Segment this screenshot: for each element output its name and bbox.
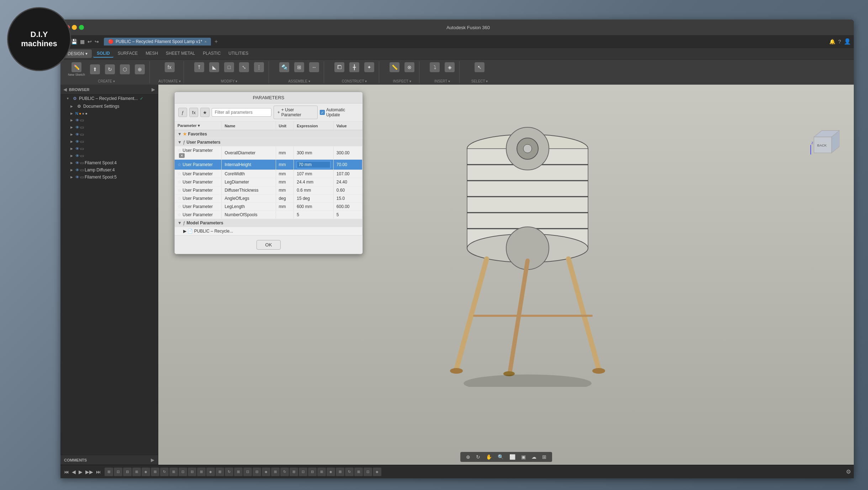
main-tab[interactable]: 🔴 PUBLIC – Recycled Filament Spool Lamp … bbox=[104, 38, 211, 46]
expression-input[interactable] bbox=[297, 161, 330, 168]
insert-svg-button[interactable]: ⤵ bbox=[428, 61, 441, 73]
timeline-item-18[interactable]: ◈ bbox=[262, 468, 270, 476]
sel-star-icon[interactable]: ☆ bbox=[178, 162, 181, 167]
next-button[interactable]: ▶▶ bbox=[85, 468, 94, 475]
automate-script-button[interactable]: fx bbox=[163, 61, 176, 73]
notifications-icon[interactable]: 🔔 bbox=[829, 39, 835, 44]
timeline-item-27[interactable]: ↻ bbox=[345, 468, 354, 476]
table-row[interactable]: ▶ 📄 PUBLIC – Recycle... bbox=[175, 227, 362, 235]
view-cube[interactable]: BACK Z bbox=[808, 127, 840, 159]
timeline-item-24[interactable]: ⊞ bbox=[317, 468, 326, 476]
motion-button[interactable]: ↔ bbox=[307, 61, 321, 73]
panels-icon[interactable]: ▦ bbox=[79, 38, 85, 45]
auto-update-checkbox[interactable]: ✓ bbox=[320, 110, 325, 115]
press-pull-button[interactable]: ⤒ bbox=[192, 61, 206, 73]
timeline-item-2[interactable]: ⊡ bbox=[114, 468, 122, 476]
timeline-item-5[interactable]: ◈ bbox=[142, 468, 150, 476]
scale-button[interactable]: ⤡ bbox=[237, 61, 251, 73]
timeline-item-6[interactable]: ⊞ bbox=[151, 468, 159, 476]
browser-row6[interactable]: ▶ 👁 ▭ bbox=[60, 152, 158, 159]
save-icon[interactable]: 💾 bbox=[70, 38, 78, 45]
timeline-item-26[interactable]: ⊞ bbox=[336, 468, 344, 476]
timeline-item-14[interactable]: ↻ bbox=[225, 468, 233, 476]
browser-collapse-icon[interactable]: ◀ bbox=[63, 87, 67, 92]
table-row[interactable]: ☆ User Parameter DiffuserThickness mm 0.… bbox=[175, 186, 362, 195]
extrude-button[interactable]: ⬆ bbox=[88, 63, 102, 75]
timeline-item-23[interactable]: ⊟ bbox=[308, 468, 317, 476]
minimize-button[interactable] bbox=[72, 25, 77, 30]
timeline-item-16[interactable]: ⊡ bbox=[243, 468, 252, 476]
x-badge[interactable]: ✕ bbox=[179, 153, 185, 158]
timeline-item-13[interactable]: ⊞ bbox=[216, 468, 224, 476]
user-icon[interactable]: 👤 bbox=[844, 38, 851, 45]
timeline-item-25[interactable]: ◈ bbox=[327, 468, 335, 476]
timeline-item-7[interactable]: ↻ bbox=[160, 468, 169, 476]
browser-doc-settings[interactable]: ▶ ⚙ Document Settings bbox=[60, 102, 158, 110]
sphere-button[interactable]: ⬡ bbox=[118, 63, 132, 75]
timeline-item-15[interactable]: ⊞ bbox=[234, 468, 243, 476]
split-face-button[interactable]: ⋮ bbox=[252, 61, 266, 73]
filter-input[interactable] bbox=[212, 108, 271, 117]
timeline-item-10[interactable]: ⊟ bbox=[188, 468, 196, 476]
table-row[interactable]: ☆ User Parameter NumberOfSpools 5 5 bbox=[175, 211, 362, 219]
timeline-item-17[interactable]: ⊟ bbox=[253, 468, 261, 476]
browser-row4[interactable]: ▶ 👁 ▭ bbox=[60, 138, 158, 145]
select-button[interactable]: ↖ bbox=[473, 61, 486, 73]
timeline-item-8[interactable]: ⊞ bbox=[169, 468, 178, 476]
construct-point-button[interactable]: ✦ bbox=[362, 61, 376, 73]
ld-star-icon[interactable]: ☆ bbox=[178, 180, 181, 185]
timeline-item-19[interactable]: ⊞ bbox=[271, 468, 280, 476]
timeline-item-9[interactable]: ⊡ bbox=[179, 468, 187, 476]
tab-surface[interactable]: SURFACE bbox=[114, 50, 142, 58]
tab-plastic[interactable]: PLASTIC bbox=[199, 50, 224, 58]
zoom-icon[interactable]: 🔍 bbox=[496, 453, 505, 460]
browser-row3[interactable]: ▶ 👁 ▭ bbox=[60, 131, 158, 138]
prev-button[interactable]: ◀ bbox=[71, 468, 76, 475]
offset-plane-button[interactable]: ⧠ bbox=[333, 61, 346, 73]
measure-button[interactable]: 📏 bbox=[388, 61, 401, 73]
tab-mesh[interactable]: MESH bbox=[142, 50, 162, 58]
dt-star-icon[interactable]: ☆ bbox=[178, 188, 181, 193]
table-row[interactable]: ☆ User Parameter LegLength mm 600 mm 600… bbox=[175, 203, 362, 211]
formula-button[interactable]: ƒ bbox=[178, 108, 187, 117]
browser-expand-icon[interactable]: ▶ bbox=[152, 87, 155, 92]
help-icon[interactable]: ? bbox=[838, 39, 841, 44]
timeline-item-11[interactable]: ⊞ bbox=[197, 468, 206, 476]
pan-icon[interactable]: ✋ bbox=[485, 453, 493, 460]
skip-start-button[interactable]: ⏮ bbox=[63, 468, 70, 475]
timeline-item-12[interactable]: ◈ bbox=[206, 468, 215, 476]
play-button[interactable]: ▶ bbox=[78, 468, 83, 475]
tab-utilities[interactable]: UTILITIES bbox=[225, 50, 252, 58]
timeline-item-20[interactable]: ↻ bbox=[280, 468, 289, 476]
ok-button[interactable]: OK bbox=[256, 240, 281, 250]
display-mode-icon[interactable]: ⬜ bbox=[508, 453, 517, 460]
add-user-param-button[interactable]: + + User Parameter bbox=[274, 106, 318, 119]
maximize-button[interactable] bbox=[79, 25, 84, 30]
revolve-button[interactable]: ↻ bbox=[103, 63, 117, 75]
interference-button[interactable]: ⊗ bbox=[403, 61, 416, 73]
star-button[interactable]: ★ bbox=[200, 108, 209, 117]
grid-icon[interactable]: ⊞ bbox=[541, 453, 548, 460]
nos-star-icon[interactable]: ☆ bbox=[178, 212, 181, 217]
table-row-selected[interactable]: ☆ User Parameter InternalHeight mm 70.00 bbox=[175, 160, 362, 170]
fx-button[interactable]: fx bbox=[189, 108, 198, 117]
tab-close-icon[interactable]: × bbox=[204, 39, 206, 44]
timeline-item-4[interactable]: ⊞ bbox=[132, 468, 141, 476]
target-icon[interactable]: ⊕ bbox=[465, 453, 472, 460]
browser-root-item[interactable]: ▼ ⚙ PUBLIC – Recycled Filament... ✓ bbox=[60, 95, 158, 102]
tab-sheet-metal[interactable]: SHEET METAL bbox=[162, 50, 199, 58]
timeline-item-3[interactable]: ⊟ bbox=[123, 468, 132, 476]
fillet-button[interactable]: ◣ bbox=[207, 61, 221, 73]
visual-style-icon[interactable]: ▣ bbox=[520, 453, 527, 460]
new-sketch-button[interactable]: ✏️ New Sketch bbox=[66, 61, 87, 78]
new-tab-button[interactable]: + bbox=[212, 38, 220, 45]
comments-expand-icon[interactable]: ▶ bbox=[151, 457, 154, 463]
timeline-item-21[interactable]: ⊞ bbox=[290, 468, 298, 476]
new-component-button[interactable]: 🔩 bbox=[277, 61, 291, 73]
timeline-item-1[interactable]: ⊞ bbox=[105, 468, 113, 476]
timeline-item-22[interactable]: ⊡ bbox=[299, 468, 307, 476]
browser-n-item[interactable]: ▶ N ● ● ● bbox=[60, 110, 158, 117]
cw-star-icon[interactable]: ☆ bbox=[178, 171, 181, 176]
undo-icon[interactable]: ↩ bbox=[87, 38, 92, 45]
table-row[interactable]: ☆ User Parameter LegDiameter mm 24.4 mm … bbox=[175, 178, 362, 186]
